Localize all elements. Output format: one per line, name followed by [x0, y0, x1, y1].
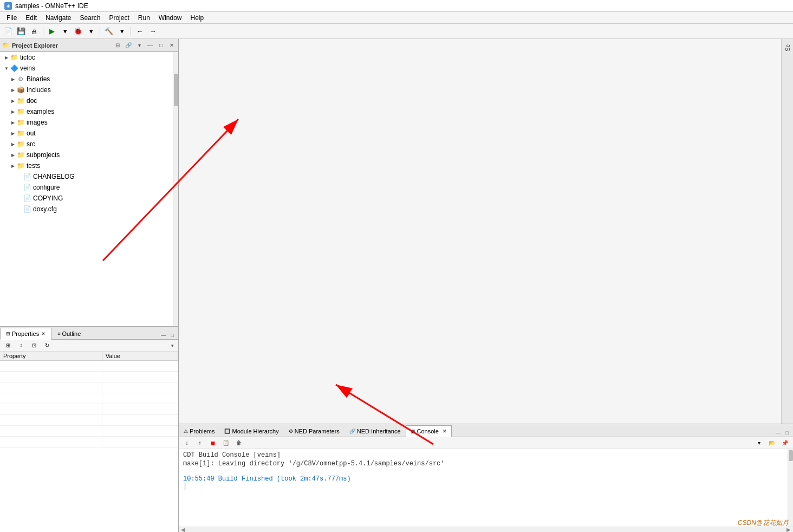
props-tab-actions: — □ [160, 332, 178, 339]
configure-label: configure [33, 184, 60, 191]
props-expand-btn[interactable]: ⊡ [28, 340, 40, 352]
console-copy-btn[interactable]: 📋 [220, 437, 232, 449]
doxycfg-label: doxy.cfg [33, 205, 57, 213]
save-btn[interactable]: 💾 [15, 25, 27, 37]
tree-item-veins[interactable]: ▼ 🔷 veins [0, 63, 178, 74]
menu-item-window[interactable]: Window [154, 13, 186, 23]
properties-data-table: Property Value [0, 352, 178, 447]
examples-arrow: ▶ [10, 108, 16, 115]
build-btn[interactable]: 🔨 [103, 25, 115, 37]
maximize-explorer-btn[interactable]: □ [157, 41, 165, 50]
tree-scrollbar[interactable] [173, 52, 178, 326]
project-explorer-title: Project Explorer [12, 42, 111, 49]
tictoc-arrow: ▶ [3, 54, 10, 61]
menu-item-file[interactable]: File [2, 13, 21, 23]
props-view-menu[interactable]: ▾ [168, 342, 176, 349]
console-build-title: CDT Build Console [veins] [183, 451, 783, 459]
tree-item-doxycfg[interactable]: 📄 doxy.cfg [0, 204, 178, 215]
debug-dropdown[interactable]: ▾ [85, 25, 97, 37]
tree-item-tests[interactable]: ▶ 📁 tests [0, 160, 178, 171]
view-menu-btn[interactable]: ▾ [135, 41, 144, 50]
console-scroll-up-btn[interactable]: ↑ [194, 437, 206, 449]
doc-label: doc [27, 97, 37, 105]
src-label: src [27, 140, 35, 148]
run-dropdown[interactable]: ▾ [59, 25, 71, 37]
title-bar: ◈ samples - OMNeT++ IDE [0, 0, 793, 12]
fwd-btn[interactable]: → [147, 25, 159, 37]
copying-label: COPYING [33, 194, 63, 202]
tab-outline[interactable]: ≡ Outline [51, 327, 87, 339]
includes-arrow: ▶ [10, 87, 16, 93]
console-maximize-btn[interactable]: □ [783, 429, 791, 437]
doc-arrow: ▶ [10, 98, 16, 104]
tree-scroll[interactable]: ▶ 📁 tictoc ▼ 🔷 veins ▶ ⚙ Binaries [0, 52, 178, 326]
props-filter-btn[interactable]: ⊞ [2, 340, 14, 352]
tree-item-tictoc[interactable]: ▶ 📁 tictoc [0, 52, 178, 63]
minimize-explorer-btn[interactable]: — [146, 41, 154, 50]
tab-ned-inheritance[interactable]: 🔗 NED Inheritance [344, 425, 406, 437]
console-minimize-btn[interactable]: — [775, 429, 782, 437]
console-tab-close[interactable]: ✕ [443, 429, 447, 434]
bottom-scrollbar[interactable]: ◀ ▶ [179, 527, 793, 532]
menu-item-run[interactable]: Run [134, 13, 154, 23]
tree-item-out[interactable]: ▶ 📁 out [0, 128, 178, 139]
link-with-editor-btn[interactable]: 🔗 [124, 41, 133, 50]
debug-btn[interactable]: 🐞 [72, 25, 84, 37]
menu-item-navigate[interactable]: Navigate [41, 13, 75, 23]
console-pin-btn[interactable]: 📌 [779, 437, 791, 449]
close-explorer-btn[interactable]: ✕ [167, 41, 176, 50]
prop-row-3 [0, 382, 178, 393]
props-refresh-btn[interactable]: ↻ [41, 340, 53, 352]
console-clear-btn[interactable]: 🗑 [233, 437, 245, 449]
print-btn[interactable]: 🖨 [28, 25, 40, 37]
tree-item-images[interactable]: ▶ 📁 images [0, 117, 178, 128]
run-btn[interactable]: ▶ [46, 25, 58, 37]
right-edge-sc[interactable]: Sc [783, 42, 792, 54]
console-scrollbar[interactable] [788, 449, 793, 527]
tab-outline-label: Outline [62, 330, 81, 337]
tab-ned-parameters[interactable]: ⚙ NED Parameters [284, 425, 344, 437]
tree-item-subprojects[interactable]: ▶ 📁 subprojects [0, 150, 178, 160]
tab-problems[interactable]: ⚠ Problems [179, 425, 219, 437]
tree-item-examples[interactable]: ▶ 📁 examples [0, 106, 178, 117]
tab-module-hierarchy[interactable]: 🔲 Module Hierarchy [219, 425, 283, 437]
prop-row-5 [0, 404, 178, 415]
props-minimize-btn[interactable]: — [160, 332, 167, 339]
menu-item-search[interactable]: Search [75, 13, 105, 23]
menu-bar: FileEditNavigateSearchProjectRunWindowHe… [0, 12, 793, 24]
veins-project-icon: 🔷 [10, 64, 18, 73]
tree-item-doc[interactable]: ▶ 📁 doc [0, 95, 178, 106]
tree-item-binaries[interactable]: ▶ ⚙ Binaries [0, 74, 178, 85]
props-sort-btn[interactable]: ↕ [15, 340, 27, 352]
console-open-file[interactable]: 📂 [766, 437, 778, 449]
prop-row-4 [0, 393, 178, 404]
tree-item-includes[interactable]: ▶ 📦 Includes [0, 85, 178, 95]
images-label: images [27, 119, 48, 126]
menu-item-edit[interactable]: Edit [21, 13, 41, 23]
console-content[interactable]: CDT Build Console [veins] make[1]: Leavi… [179, 449, 788, 527]
tab-ned-inheritance-label: NED Inheritance [357, 428, 401, 434]
menu-item-project[interactable]: Project [105, 13, 133, 23]
props-maximize-btn[interactable]: □ [168, 332, 176, 339]
tree-item-changelog[interactable]: 📄 CHANGELOG [0, 171, 178, 182]
tab-module-hierarchy-label: Module Hierarchy [232, 428, 278, 434]
tab-console[interactable]: ▣ Console ✕ [406, 425, 452, 437]
console-view-menu[interactable]: ▾ [753, 437, 765, 449]
app-icon: ◈ [4, 2, 12, 10]
console-stop-btn[interactable]: ◼ [207, 437, 219, 449]
tab-properties[interactable]: ⊞ Properties ✕ [0, 328, 51, 340]
back-btn[interactable]: ← [134, 25, 146, 37]
tree-item-copying[interactable]: 📄 COPYING [0, 193, 178, 204]
console-toolbar: ↓ ↑ ◼ 📋 🗑 ▾ 📂 📌 [179, 437, 793, 449]
collapse-all-btn[interactable]: ⊟ [113, 41, 122, 50]
new-btn[interactable]: 📄 [2, 25, 14, 37]
console-scroll-down-btn[interactable]: ↓ [181, 437, 193, 449]
tree-item-configure[interactable]: 📄 configure [0, 182, 178, 193]
right-edge-bar: Sc [781, 39, 793, 424]
tree-item-src[interactable]: ▶ 📁 src [0, 139, 178, 150]
col-value: Value [102, 352, 178, 361]
tab-problems-label: Problems [190, 428, 214, 434]
build-dropdown[interactable]: ▾ [116, 25, 128, 37]
tab-properties-close[interactable]: ✕ [41, 331, 46, 336]
menu-item-help[interactable]: Help [186, 13, 209, 23]
